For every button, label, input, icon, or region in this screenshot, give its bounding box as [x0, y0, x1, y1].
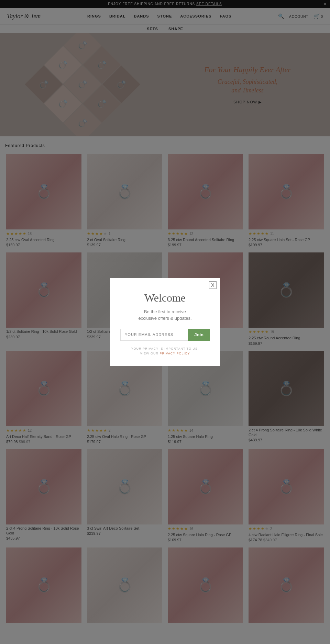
modal-overlay[interactable]: X Welcome Be the first to receiveexclusi… [0, 0, 330, 625]
modal: X Welcome Be the first to receiveexclusi… [110, 278, 220, 366]
privacy-policy-link[interactable]: PRIVACY POLICY [160, 352, 190, 355]
modal-subtitle: Be the first to receiveexclusive offers … [120, 308, 210, 322]
modal-form: Join [120, 329, 210, 341]
join-button[interactable]: Join [188, 329, 210, 341]
modal-close-button[interactable]: X [209, 281, 217, 289]
privacy-text-1: YOUR PRIVACY IS IMPORTANT TO US. [131, 347, 199, 350]
modal-title: Welcome [120, 292, 210, 304]
privacy-text-2: VIEW OUR [140, 352, 158, 355]
email-input[interactable] [120, 329, 188, 341]
modal-privacy: YOUR PRIVACY IS IMPORTANT TO US. VIEW OU… [120, 346, 210, 356]
